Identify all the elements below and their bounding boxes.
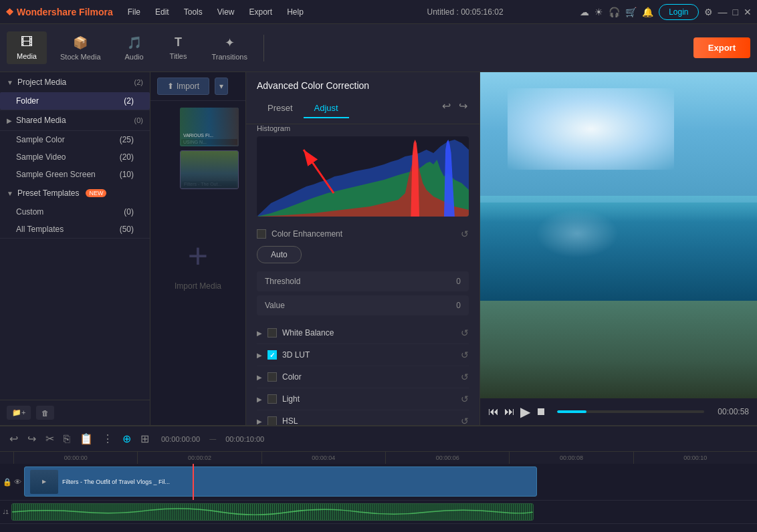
media-thumb-2[interactable]: Filters - The Out... (180, 150, 239, 189)
tl-zoom-button[interactable]: ⊞ (138, 430, 152, 448)
hsl-row[interactable]: ▶ HSL ↺ (257, 410, 469, 425)
wb-checkbox[interactable] (267, 328, 277, 338)
ruler-mark-1: 00:00:02 (137, 452, 261, 464)
color-enhancement-checkbox[interactable] (257, 229, 266, 239)
rewind-button[interactable]: ⏮ (488, 406, 499, 418)
light-reset[interactable]: ↺ (461, 394, 469, 404)
cloud-icon[interactable]: ☁ (580, 7, 589, 17)
import-plus-button[interactable]: + (188, 236, 208, 276)
wb-reset[interactable]: ↺ (461, 327, 469, 338)
stop-button[interactable]: ⏹ (536, 406, 546, 418)
hsl-arrow: ▶ (257, 418, 262, 425)
sample-video-item[interactable]: Sample Video (20) (0, 148, 150, 166)
export-button[interactable]: Export (693, 37, 750, 58)
tl-redo-button[interactable]: ↪ (25, 430, 39, 448)
tab-adjust[interactable]: Adjust (304, 99, 349, 118)
undo-icon-btn[interactable]: ↩ (441, 98, 452, 114)
preview-panel: ⏮ ⏭ ▶ ⏹ 00:00:58 (479, 72, 757, 425)
tool-audio[interactable]: 🎵 Audio (114, 31, 154, 65)
tool-media[interactable]: 🎞 Media (7, 31, 47, 64)
progress-bar[interactable] (557, 410, 704, 413)
auto-section: Auto (246, 243, 479, 269)
color-checkbox[interactable] (267, 372, 277, 382)
tl-cut-button[interactable]: ✂ (43, 430, 57, 448)
color-reset[interactable]: ↺ (461, 372, 469, 382)
tl-time-separator: — (209, 435, 216, 442)
tl-magnet-button[interactable]: ⊕ (120, 430, 134, 448)
playhead[interactable] (193, 464, 194, 500)
stock-media-icon: 📦 (73, 35, 88, 50)
threshold-value: 0 (456, 277, 461, 286)
tool-stock-media[interactable]: 📦 Stock Media (51, 31, 110, 65)
light-checkbox[interactable] (267, 394, 277, 404)
toolbar: 🎞 Media 📦 Stock Media 🎵 Audio T Titles ✦… (0, 24, 757, 72)
import-media-text: Import Media (175, 281, 221, 291)
new-folder-button[interactable]: 📁+ (7, 406, 31, 420)
minimize-icon[interactable]: — (718, 7, 728, 17)
step-back-button[interactable]: ⏭ (504, 406, 515, 418)
cart-icon[interactable]: 🛒 (625, 7, 637, 17)
video-track: 🔒 👁 ▶ Filters - The Outfit of Travel Vlo… (0, 464, 757, 501)
headphone-icon[interactable]: 🎧 (609, 7, 620, 17)
import-dropdown-button[interactable]: ▾ (215, 78, 228, 95)
lut-checkbox[interactable]: ✓ (267, 350, 277, 360)
tab-preset[interactable]: Preset (257, 99, 304, 118)
folder-item[interactable]: Folder (2) (0, 92, 150, 110)
sun-icon[interactable]: ☀ (594, 7, 603, 17)
menu-tools[interactable]: Tools (177, 5, 209, 19)
eye-icon[interactable]: 👁 (14, 478, 21, 487)
color-enhancement-reset[interactable]: ↺ (461, 229, 469, 239)
settings-icon[interactable]: ⚙ (704, 7, 713, 17)
video-clip[interactable]: ▶ Filters - The Outfit of Travel Vlogs _… (24, 467, 537, 497)
audio-label: ♩1 (3, 509, 9, 515)
sample-green-screen-item[interactable]: Sample Green Screen (10) (0, 166, 150, 183)
shared-media-header[interactable]: ▶ Shared Media (0) (0, 110, 150, 130)
color-correction-panel: Advanced Color Correction Preset Adjust … (245, 72, 479, 425)
project-media-header[interactable]: ▼ Project Media (2) (0, 72, 150, 92)
lut-reset[interactable]: ↺ (461, 350, 469, 360)
login-button[interactable]: Login (659, 4, 698, 20)
color-row[interactable]: ▶ Color ↺ (257, 366, 469, 388)
tool-transitions[interactable]: ✦ Transitions (203, 31, 257, 65)
auto-button[interactable]: Auto (257, 246, 302, 263)
tl-split-button[interactable]: ⋮ (100, 430, 116, 448)
audio-clip[interactable] (11, 503, 533, 521)
3dlut-row[interactable]: ▶ ✓ 3D LUT ↺ (257, 344, 469, 366)
shared-media-count: (0) (134, 116, 143, 124)
value-label: Value (265, 301, 285, 310)
import-button[interactable]: ⬆ Import (157, 78, 209, 95)
threshold-slider[interactable]: Threshold 0 (257, 271, 469, 291)
menu-file[interactable]: File (121, 5, 147, 19)
tl-undo-button[interactable]: ↩ (7, 430, 21, 448)
menu-export[interactable]: Export (243, 5, 280, 19)
redo-icon-btn[interactable]: ↪ (457, 98, 469, 114)
lock-icon[interactable]: 🔒 (3, 478, 12, 487)
collapse-arrow-preset: ▼ (7, 190, 13, 197)
lut-label: 3D LUT (282, 350, 455, 360)
preset-templates-header[interactable]: ▼ Preset Templates NEW (0, 183, 150, 203)
all-templates-item[interactable]: All Templates (50) (0, 221, 150, 238)
hsl-checkbox[interactable] (267, 416, 277, 425)
tl-paste-button[interactable]: 📋 (77, 430, 96, 448)
media-thumb-1[interactable]: USING N... VARIOUS FI... (180, 108, 239, 146)
play-button[interactable]: ▶ (520, 404, 530, 420)
tl-copy-button[interactable]: ⎘ (61, 430, 73, 448)
menu-help[interactable]: Help (280, 5, 310, 19)
media-thumbnails: USING N... VARIOUS FI... Filters - The O… (180, 108, 239, 189)
menu-edit[interactable]: Edit (148, 5, 176, 19)
value-slider[interactable]: Value 0 (257, 295, 469, 315)
sample-color-item[interactable]: Sample Color (25) (0, 131, 150, 148)
delete-button[interactable]: 🗑 (36, 406, 54, 420)
maximize-icon[interactable]: □ (733, 7, 738, 17)
close-icon[interactable]: ✕ (744, 7, 752, 17)
preview-video (480, 72, 757, 398)
bell-icon[interactable]: 🔔 (642, 7, 653, 17)
collapse-arrow-project: ▼ (7, 79, 13, 86)
custom-item[interactable]: Custom (0) (0, 203, 150, 221)
shared-media-section: ▶ Shared Media (0) (0, 110, 150, 131)
light-row[interactable]: ▶ Light ↺ (257, 388, 469, 410)
hsl-reset[interactable]: ↺ (461, 416, 469, 425)
menu-view[interactable]: View (211, 5, 241, 19)
tool-titles[interactable]: T Titles (158, 31, 199, 64)
white-balance-row[interactable]: ▶ White Balance ↺ (257, 322, 469, 344)
